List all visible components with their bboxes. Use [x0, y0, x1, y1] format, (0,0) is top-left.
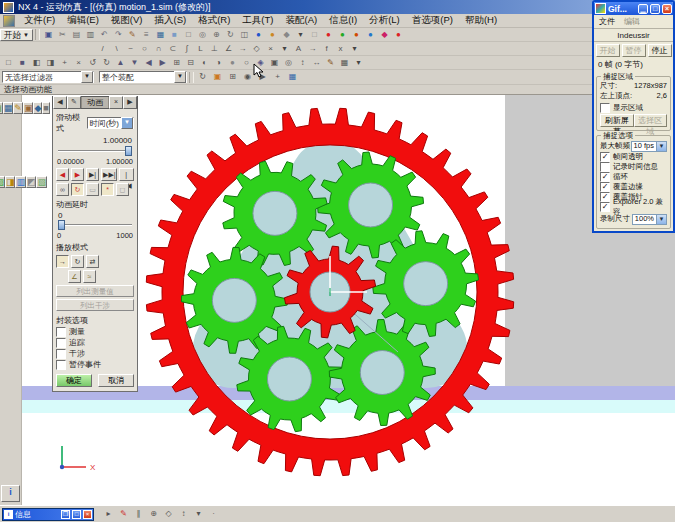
maximize-icon[interactable]: □ [72, 510, 81, 519]
joint-button[interactable]: ≈ [83, 270, 96, 283]
menu-item[interactable]: 插入(S) [148, 14, 192, 27]
toolbar-icon[interactable]: ◑ [212, 57, 225, 69]
toolbar-icon[interactable]: ◎ [196, 29, 209, 41]
toolbar-icon[interactable]: ◫ [238, 29, 251, 41]
gif-menu-file[interactable]: 文件 [599, 16, 615, 27]
toolbar-icon[interactable]: ⊥ [208, 43, 221, 55]
close-icon[interactable]: × [83, 510, 92, 519]
record-start-button[interactable]: 开始 [596, 44, 620, 57]
toolbar-icon[interactable]: ▾ [278, 43, 291, 55]
resource-toolbar-icon[interactable]: ▣ [23, 102, 34, 114]
menu-item[interactable]: 工具(T) [236, 14, 279, 27]
bottom-bar-icon[interactable]: ◇ [162, 508, 175, 520]
toolbar-icon[interactable]: ▣ [268, 57, 281, 69]
selection-filter-combo[interactable]: 无选择过滤器 ▼ [2, 71, 94, 83]
chevron-left-icon[interactable]: ◀ [53, 96, 67, 109]
bottom-bar-icon[interactable]: ⊕ [147, 508, 160, 520]
checkbox[interactable]: ✓ [600, 202, 610, 212]
toolbar-icon[interactable]: ▦ [154, 29, 167, 41]
playback-button[interactable]: |◀◀ [119, 168, 135, 181]
menu-item[interactable]: 帮助(H) [459, 14, 503, 27]
toolbar-icon[interactable]: × [72, 57, 85, 69]
toolbar-icon[interactable]: ● [266, 29, 279, 41]
checkbox[interactable] [56, 360, 66, 370]
resource-toolbar-icon[interactable]: ■ [42, 102, 49, 114]
toolbar-icon[interactable]: ▶ [156, 57, 169, 69]
toolbar-icon[interactable]: ✎ [126, 29, 139, 41]
start-menu-button[interactable]: 开始▼ [0, 29, 33, 41]
toolbar-icon[interactable]: ○ [138, 43, 151, 55]
toolbar-icon[interactable]: ▦ [338, 57, 351, 69]
resource-toolbar-icon[interactable]: ▥ [15, 176, 26, 188]
selection-scope-combo[interactable]: 整个装配 ▼ [99, 71, 187, 83]
animation-mode-button[interactable]: ↻ [71, 183, 84, 196]
menu-item[interactable]: 信息(I) [323, 14, 363, 27]
menu-item[interactable]: 分析(L) [363, 14, 406, 27]
toolbar-icon[interactable]: ↻ [196, 71, 209, 83]
toolbar-icon[interactable]: ◐ [198, 57, 211, 69]
playback-button[interactable]: ▶ [71, 168, 84, 181]
toolbar-icon[interactable]: ◉ [241, 71, 254, 83]
close-icon[interactable]: × [662, 4, 672, 14]
fps-combo[interactable]: 10 fps ▼ [631, 141, 667, 152]
bottom-bar-icon[interactable]: ▸ [102, 508, 115, 520]
chevron-down-icon[interactable]: ▼ [656, 142, 666, 151]
toolbar-icon[interactable]: ∠ [222, 43, 235, 55]
toolbar-icon[interactable]: ≡ [140, 29, 153, 41]
toolbar-icon[interactable]: × [264, 43, 277, 55]
checkbox[interactable] [600, 162, 610, 172]
info-window-minimized[interactable]: i 信息 ❐ □ × [2, 508, 94, 521]
ok-button[interactable]: 确定 [56, 374, 92, 387]
show-area-checkbox[interactable] [600, 103, 610, 113]
playback-button[interactable]: ▶| [86, 168, 99, 181]
toolbar-icon[interactable]: ◆ [280, 29, 293, 41]
toolbar-icon[interactable]: L [194, 43, 207, 55]
animation-mode-button[interactable]: ◻ [116, 183, 129, 196]
time-slider[interactable] [58, 146, 132, 156]
animation-mode-button[interactable]: ∞ [56, 183, 69, 196]
animation-mode-button[interactable]: ▭ [86, 183, 99, 196]
resource-toolbar-icon[interactable]: ◩ [26, 176, 37, 188]
checkbox[interactable] [56, 349, 66, 359]
list-interference-button[interactable]: 列出干涉 [56, 299, 134, 311]
toolbar-icon[interactable]: ↻ [224, 29, 237, 41]
toolbar-icon[interactable]: f [320, 43, 333, 55]
slider-thumb[interactable] [58, 220, 65, 230]
toolbar-icon[interactable]: □ [2, 57, 15, 69]
toolbar-icon[interactable]: ↕ [296, 57, 309, 69]
toolbar-icon[interactable]: / [96, 43, 109, 55]
toolbar-icon[interactable]: ✎ [324, 57, 337, 69]
menu-item[interactable]: 首选项(P) [406, 14, 459, 27]
cancel-button[interactable]: 取消 [98, 374, 134, 387]
toolbar-icon[interactable]: → [236, 43, 249, 55]
chevron-down-icon[interactable]: ▼ [174, 71, 186, 83]
chevron-down-icon[interactable]: ▼ [121, 117, 133, 129]
toolbar-icon[interactable]: ◧ [30, 57, 43, 69]
checkbox[interactable] [56, 327, 66, 337]
menu-item[interactable]: 装配(A) [280, 14, 324, 27]
toolbar-icon[interactable]: + [271, 71, 284, 83]
toolbar-icon[interactable]: ■ [168, 29, 181, 41]
toolbar-icon[interactable]: ✂ [56, 29, 69, 41]
resource-toolbar-icon[interactable]: ◆ [33, 102, 42, 114]
toolbar-icon[interactable]: \ [110, 43, 123, 55]
toolbar-icon[interactable]: ◎ [282, 57, 295, 69]
list-measurements-button[interactable]: 列出测量值 [56, 285, 134, 297]
checkbox[interactable]: ✓ [600, 182, 610, 192]
toolbar-icon[interactable]: ▾ [352, 57, 365, 69]
toolbar-icon[interactable]: ◇ [250, 43, 263, 55]
toolbar-icon[interactable]: ⊂ [166, 43, 179, 55]
toolbar-icon[interactable]: ↷ [112, 29, 125, 41]
record-pause-button[interactable]: 暂停 [622, 44, 646, 57]
toolbar-icon[interactable]: ● [364, 29, 377, 41]
play-mode-button[interactable]: → [56, 255, 69, 268]
toolbar-icon[interactable]: ◀ [142, 57, 155, 69]
gif-menu-edit[interactable]: 编辑 [624, 16, 640, 27]
resource-toolbar-icon[interactable]: ◨ [5, 176, 16, 188]
toolbar-icon[interactable]: □ [182, 29, 195, 41]
gif-recorder-titlebar[interactable]: Gif... ▁ □ × [594, 2, 673, 15]
record-size-combo[interactable]: 100% ▼ [632, 214, 667, 225]
toolbar-icon[interactable]: ◨ [44, 57, 57, 69]
toolbar-icon[interactable]: x [334, 43, 347, 55]
toolbar-icon[interactable]: ▶ [256, 71, 269, 83]
